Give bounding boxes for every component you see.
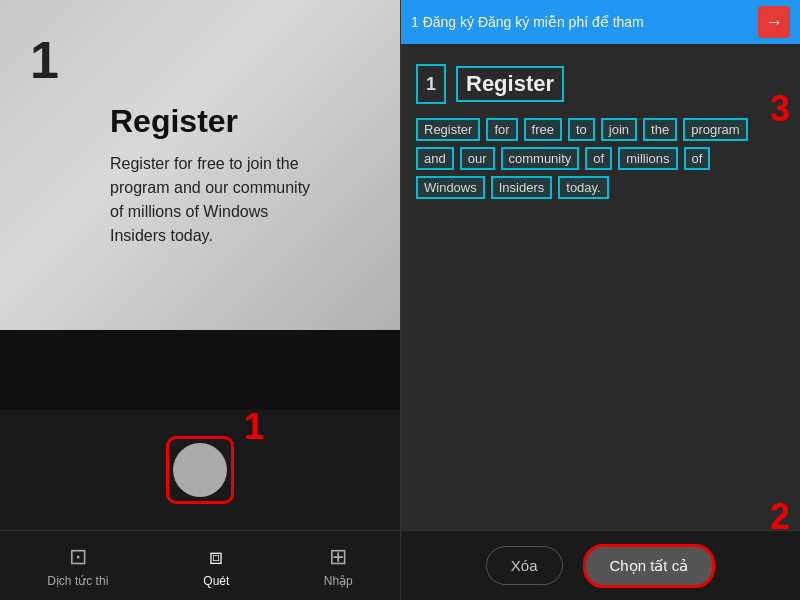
ocr-word: Insiders bbox=[491, 176, 553, 199]
nhap-icon: ⊞ bbox=[329, 544, 347, 570]
right-header: 1 Đăng ký Đăng ký miễn phí để tham → bbox=[401, 0, 800, 44]
ocr-word: to bbox=[568, 118, 595, 141]
ocr-word: Windows bbox=[416, 176, 485, 199]
step-label-1: 1 bbox=[244, 406, 264, 448]
chon-tat-ca-button[interactable]: Chọn tất cả bbox=[583, 544, 716, 588]
step-label-3: 3 bbox=[770, 88, 790, 130]
capture-area: 1 bbox=[0, 410, 400, 530]
register-title: Register bbox=[110, 103, 370, 140]
ocr-word: community bbox=[501, 147, 580, 170]
toolbar-item-dich[interactable]: ⊡ Dịch tức thì bbox=[47, 544, 109, 588]
ocr-register-title: Register bbox=[456, 66, 564, 102]
ocr-header-row: 1 Register bbox=[416, 64, 785, 104]
ocr-word: of bbox=[684, 147, 711, 170]
ocr-word: program bbox=[683, 118, 747, 141]
dich-icon: ⊡ bbox=[69, 544, 87, 570]
left-camera-dark bbox=[0, 330, 400, 410]
quet-label: Quét bbox=[203, 574, 229, 588]
left-camera-view: 1 Register Register for free to join the… bbox=[0, 0, 400, 330]
ocr-word: millions bbox=[618, 147, 677, 170]
ocr-word: our bbox=[460, 147, 495, 170]
right-header-text: 1 Đăng ký Đăng ký miễn phí để tham bbox=[411, 14, 644, 30]
capture-button-wrapper[interactable]: 1 bbox=[166, 436, 234, 504]
ocr-words-block: Registerforfreetojointheprogramandourcom… bbox=[416, 118, 785, 199]
nhap-label: Nhập bbox=[324, 574, 353, 588]
capture-button-inner[interactable] bbox=[173, 443, 227, 497]
step-label-2: 2 bbox=[770, 496, 790, 538]
ocr-word: for bbox=[486, 118, 517, 141]
ocr-number-box: 1 bbox=[416, 64, 446, 104]
capture-button-border[interactable] bbox=[166, 436, 234, 504]
ocr-word: today. bbox=[558, 176, 608, 199]
right-screen-content: 1 Register Registerforfreetojointheprogr… bbox=[401, 44, 800, 530]
left-panel: 1 Register Register for free to join the… bbox=[0, 0, 400, 600]
ocr-word: Register bbox=[416, 118, 480, 141]
dich-label: Dịch tức thì bbox=[47, 574, 109, 588]
quet-icon: ⧈ bbox=[209, 544, 223, 570]
right-toolbar: 2 Xóa Chọn tất cả bbox=[401, 530, 800, 600]
ocr-word: of bbox=[585, 147, 612, 170]
register-number: 1 bbox=[30, 30, 59, 90]
left-toolbar: ⊡ Dịch tức thì ⧈ Quét ⊞ Nhập bbox=[0, 530, 400, 600]
ocr-word: the bbox=[643, 118, 677, 141]
ocr-word: join bbox=[601, 118, 637, 141]
right-panel: 1 Đăng ký Đăng ký miễn phí để tham → 1 R… bbox=[400, 0, 800, 600]
ocr-word: and bbox=[416, 147, 454, 170]
ocr-word: free bbox=[524, 118, 562, 141]
right-header-arrow-button[interactable]: → bbox=[758, 6, 790, 38]
xoa-button[interactable]: Xóa bbox=[486, 546, 563, 585]
register-desc: Register for free to join theprogram and… bbox=[110, 152, 370, 248]
right-ocr-view: 1 Register Registerforfreetojointheprogr… bbox=[401, 44, 800, 530]
left-camera-content: 1 Register Register for free to join the… bbox=[0, 0, 400, 330]
toolbar-item-nhap[interactable]: ⊞ Nhập bbox=[324, 544, 353, 588]
toolbar-item-quet[interactable]: ⧈ Quét bbox=[203, 544, 229, 588]
arrow-right-icon: → bbox=[765, 12, 783, 33]
